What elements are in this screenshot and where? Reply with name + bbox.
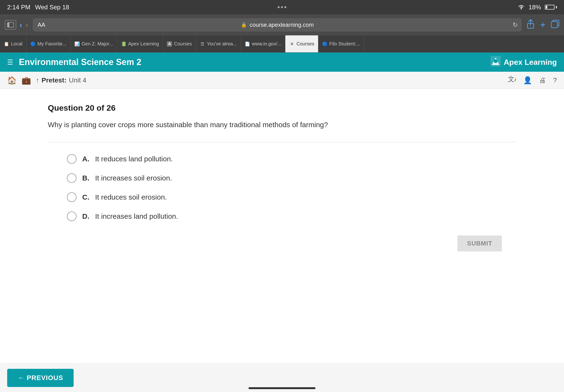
tab-label: Gen Z: Major... xyxy=(82,41,113,47)
question-header: Question 20 of 26 xyxy=(48,103,516,112)
tab-label: My Favorite... xyxy=(38,41,67,47)
battery-percentage: 18% xyxy=(529,4,541,11)
answer-text-a: It reduces land pollution. xyxy=(95,155,173,163)
tab-favicon: 🔵 xyxy=(30,41,36,47)
tab-apex-learning[interactable]: 📗 Apex Learning xyxy=(117,35,163,52)
status-time: 2:14 PM xyxy=(7,4,30,11)
submit-row: SUBMIT xyxy=(48,236,516,252)
svg-point-7 xyxy=(494,59,497,63)
up-arrow-icon: ↑ xyxy=(36,76,39,84)
tabs-bar: 📋 Local 🔵 My Favorite... 📊 Gen Z: Major.… xyxy=(0,35,564,53)
tab-my-favorites[interactable]: 🔵 My Favorite... xyxy=(27,35,70,52)
tab-in-gov[interactable]: 📄 www.in.gov/... xyxy=(241,35,285,52)
lock-icon: 🔒 xyxy=(241,22,247,28)
tab-label: Filo Student:... xyxy=(329,41,360,47)
tabs-button[interactable] xyxy=(551,20,559,30)
tab-courses-a[interactable]: A Courses xyxy=(163,35,196,52)
tab-favicon: 📗 xyxy=(121,41,126,47)
text-size-button[interactable]: AA xyxy=(38,22,45,28)
address-bar[interactable]: AA 🔒 course.apexlearning.com ↻ xyxy=(33,18,522,31)
home-indicator xyxy=(248,387,316,389)
course-header: ☰ Environmental Science Sem 2 Apex Learn… xyxy=(0,53,564,72)
browser-bar: ‹ › AA 🔒 course.apexlearning.com ↻ + xyxy=(0,14,564,35)
apex-logo-icon xyxy=(490,56,501,68)
tab-favicon: 📋 xyxy=(4,41,9,47)
answer-options: A. It reduces land pollution. B. It incr… xyxy=(48,154,516,221)
bottom-nav: ← PREVIOUS xyxy=(0,363,564,392)
answer-text-b: It increases soil erosion. xyxy=(95,174,172,182)
tab-label: www.in.gov/... xyxy=(252,41,281,47)
answer-option-a[interactable]: A. It reduces land pollution. xyxy=(67,154,516,164)
svg-text:文A: 文A xyxy=(508,76,516,83)
new-tab-button[interactable]: + xyxy=(540,20,545,30)
answer-letter-d: D. xyxy=(82,212,89,220)
briefcase-button[interactable]: 💼 xyxy=(22,76,31,85)
answer-option-d[interactable]: D. It increases land pollution. xyxy=(67,211,516,221)
answer-letter-a: A. xyxy=(82,155,89,163)
apex-logo-text: Apex Learning xyxy=(504,58,557,67)
tab-gen-z[interactable]: 📊 Gen Z: Major... xyxy=(70,35,117,52)
answer-letter-b: B. xyxy=(82,174,89,182)
radio-c[interactable] xyxy=(67,192,76,202)
back-button[interactable]: ‹ xyxy=(20,21,22,29)
tab-label: Courses xyxy=(296,41,314,47)
svg-rect-5 xyxy=(551,22,558,28)
tab-youve-already[interactable]: ☰ You've alrea... xyxy=(196,35,241,52)
pretest-unit: Unit 4 xyxy=(69,76,86,84)
tab-favicon: ☰ xyxy=(200,41,205,47)
svg-point-0 xyxy=(521,8,522,9)
help-icon[interactable]: ? xyxy=(553,76,557,84)
tab-label: Courses xyxy=(174,41,192,47)
svg-rect-2 xyxy=(7,22,9,27)
translate-icon[interactable]: 文A xyxy=(508,76,516,85)
radio-b[interactable] xyxy=(67,173,76,183)
radio-a[interactable] xyxy=(67,154,76,164)
answer-text-c: It reduces soil erosion. xyxy=(95,193,167,201)
apex-logo: Apex Learning xyxy=(490,56,557,68)
radio-d[interactable] xyxy=(67,211,76,221)
menu-icon[interactable]: ☰ xyxy=(7,58,13,66)
sidebar-toggle-button[interactable] xyxy=(5,20,16,30)
tab-favicon: 📊 xyxy=(74,41,80,47)
answer-option-c[interactable]: C. It reduces soil erosion. xyxy=(67,192,516,202)
previous-button[interactable]: ← PREVIOUS xyxy=(7,369,74,387)
status-bar: 2:14 PM Wed Sep 18 18% xyxy=(0,0,564,14)
status-date: Wed Sep 18 xyxy=(35,4,69,11)
home-button[interactable]: 🏠 xyxy=(7,76,17,85)
tab-filo-student[interactable]: 🔵 Filo Student:... xyxy=(318,35,364,52)
tab-courses-active[interactable]: ✕ Courses xyxy=(285,35,318,52)
toolbar: 🏠 💼 ↑ Pretest: Unit 4 文A 👤 🖨 ? xyxy=(0,72,564,89)
pretest-label: ↑ Pretest: Unit 4 xyxy=(36,76,86,84)
refresh-button[interactable]: ↻ xyxy=(513,21,518,29)
tab-favicon: A xyxy=(167,41,172,47)
forward-button[interactable]: › xyxy=(26,21,28,29)
answer-text-d: It increases land pollution. xyxy=(95,212,178,220)
url-text: course.apexlearning.com xyxy=(250,22,314,28)
battery-icon xyxy=(545,5,557,10)
print-icon[interactable]: 🖨 xyxy=(539,76,546,84)
content-area: Question 20 of 26 Why is planting cover … xyxy=(0,89,564,392)
main-content: Question 20 of 26 Why is planting cover … xyxy=(0,89,564,266)
wifi-icon xyxy=(518,4,525,11)
share-button[interactable] xyxy=(526,19,535,31)
tab-favicon: 📄 xyxy=(245,41,250,47)
divider xyxy=(48,142,516,142)
submit-button[interactable]: SUBMIT xyxy=(457,236,502,252)
tab-label: Apex Learning xyxy=(128,41,159,47)
tab-favicon: 🔵 xyxy=(322,41,327,47)
accessibility-icon[interactable]: 👤 xyxy=(523,76,532,84)
tab-local[interactable]: 📋 Local xyxy=(0,35,27,52)
tab-favicon: ✕ xyxy=(289,41,294,47)
answer-letter-c: C. xyxy=(82,193,89,201)
answer-option-b[interactable]: B. It increases soil erosion. xyxy=(67,173,516,183)
tab-label: Local xyxy=(11,41,22,47)
tab-label: You've alrea... xyxy=(207,41,237,47)
question-text: Why is planting cover crops more sustain… xyxy=(48,119,516,130)
course-title: Environmental Science Sem 2 xyxy=(19,57,141,67)
pretest-title: Pretest: xyxy=(41,76,67,84)
